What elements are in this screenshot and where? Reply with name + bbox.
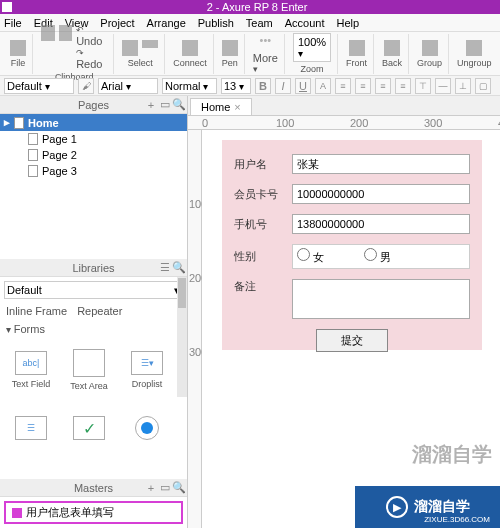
- search-pages-icon[interactable]: 🔍: [173, 99, 185, 111]
- card-label: 会员卡号: [234, 187, 292, 202]
- droplist-icon: ☰▾: [131, 351, 163, 375]
- menu-account[interactable]: Account: [285, 17, 325, 29]
- brand-banner[interactable]: ▶ 溜溜自学 ZIXUE.3D66.COM: [355, 486, 500, 528]
- menu-publish[interactable]: Publish: [198, 17, 234, 29]
- username-input[interactable]: [292, 154, 470, 174]
- font-weight-select[interactable]: Normal ▾: [162, 78, 217, 94]
- play-icon: ▶: [386, 496, 408, 518]
- zoom-input[interactable]: 100% ▾: [293, 33, 331, 62]
- menu-team[interactable]: Team: [246, 17, 273, 29]
- fill-color-button[interactable]: ▢: [475, 78, 491, 94]
- menu-arrange[interactable]: Arrange: [147, 17, 186, 29]
- tool-group-ungroup: Ungroup: [451, 34, 498, 74]
- tool-group-file: File: [4, 34, 33, 74]
- close-tab-icon[interactable]: ×: [234, 101, 240, 113]
- text-color-button[interactable]: A: [315, 78, 331, 94]
- add-folder-icon[interactable]: ▭: [159, 99, 171, 111]
- align-left-button[interactable]: ≡: [355, 78, 371, 94]
- menu-file[interactable]: File: [4, 17, 22, 29]
- back-icon[interactable]: [384, 40, 400, 56]
- masters-title: Masters: [74, 482, 113, 494]
- bold-button[interactable]: B: [255, 78, 271, 94]
- pen-icon[interactable]: [222, 40, 238, 56]
- redo-button[interactable]: ↷ Redo: [76, 48, 107, 70]
- master-label: 用户信息表单填写: [26, 505, 114, 520]
- design-canvas[interactable]: 用户名 会员卡号 手机号 性别 女 男: [202, 130, 500, 528]
- radio-icon: [135, 416, 159, 440]
- expand-icon[interactable]: ▸: [4, 116, 10, 129]
- widget-radio[interactable]: [120, 401, 174, 455]
- lib-tab-inline-frame[interactable]: Inline Frame: [6, 305, 67, 317]
- widget-text-area[interactable]: Text Area: [62, 343, 116, 397]
- front-icon[interactable]: [349, 40, 365, 56]
- lib-section-forms[interactable]: ▾ Forms: [0, 319, 187, 339]
- italic-button[interactable]: I: [275, 78, 291, 94]
- font-select[interactable]: Arial ▾: [98, 78, 158, 94]
- master-icon: [12, 508, 22, 518]
- page-label: Home: [28, 117, 59, 129]
- window-titlebar: 2 - Axure RP 8 Enter: [0, 0, 500, 14]
- page-label: Page 2: [42, 149, 77, 161]
- phone-input[interactable]: [292, 214, 470, 234]
- search-masters-icon[interactable]: 🔍: [173, 482, 185, 494]
- select-mode-icon[interactable]: [142, 40, 158, 48]
- gender-male-radio[interactable]: 男: [364, 248, 391, 265]
- page-home[interactable]: ▸ Home: [0, 114, 187, 131]
- connect-icon[interactable]: [182, 40, 198, 56]
- tool-label-file: File: [11, 58, 26, 68]
- library-select[interactable]: Default ▾: [4, 281, 183, 299]
- text-area-icon: [73, 349, 105, 377]
- pages-title: Pages: [78, 99, 109, 111]
- master-user-form[interactable]: 用户信息表单填写: [4, 501, 183, 524]
- align-center-button[interactable]: ≡: [375, 78, 391, 94]
- cut-icon[interactable]: [41, 25, 55, 41]
- add-master-icon[interactable]: +: [145, 482, 157, 494]
- libraries-panel-header: Libraries ☰ 🔍: [0, 259, 187, 277]
- widget-text-field[interactable]: abc| Text Field: [4, 343, 58, 397]
- tool-group-connect: Connect: [167, 34, 214, 74]
- font-size-select[interactable]: 13 ▾: [221, 78, 251, 94]
- window-title: 2 - Axure RP 8 Enter: [16, 1, 498, 13]
- style-select[interactable]: Default ▾: [4, 78, 74, 94]
- copy-icon[interactable]: [59, 25, 73, 41]
- add-page-icon[interactable]: +: [145, 99, 157, 111]
- bullets-button[interactable]: ≡: [335, 78, 351, 94]
- lib-menu-icon[interactable]: ☰: [159, 262, 171, 274]
- undo-button[interactable]: ↶ Undo: [76, 25, 107, 47]
- style-paint-icon[interactable]: 🖌: [78, 78, 94, 94]
- tool-label-select: Select: [128, 58, 153, 68]
- new-file-icon[interactable]: [10, 40, 26, 56]
- select-icon[interactable]: [122, 40, 138, 56]
- page-item-2[interactable]: Page 2: [0, 147, 187, 163]
- align-middle-button[interactable]: ―: [435, 78, 451, 94]
- widget-droplist[interactable]: ☰▾ Droplist: [120, 343, 174, 397]
- form-panel[interactable]: 用户名 会员卡号 手机号 性别 女 男: [222, 140, 482, 350]
- underline-button[interactable]: U: [295, 78, 311, 94]
- menu-help[interactable]: Help: [336, 17, 359, 29]
- add-master-folder-icon[interactable]: ▭: [159, 482, 171, 494]
- note-textarea[interactable]: [292, 279, 470, 319]
- align-top-button[interactable]: ⊤: [415, 78, 431, 94]
- page-label: Page 3: [42, 165, 77, 177]
- page-item-1[interactable]: Page 1: [0, 131, 187, 147]
- lib-scrollbar[interactable]: [177, 277, 187, 397]
- page-tab-strip: Home ×: [188, 96, 500, 116]
- gender-label: 性别: [234, 249, 292, 264]
- widget-checkbox[interactable]: ✓: [62, 401, 116, 455]
- lib-tab-repeater[interactable]: Repeater: [77, 305, 122, 317]
- ungroup-icon[interactable]: [466, 40, 482, 56]
- card-input[interactable]: [292, 184, 470, 204]
- search-lib-icon[interactable]: 🔍: [173, 262, 185, 274]
- page-item-3[interactable]: Page 3: [0, 163, 187, 179]
- tool-group-front: Front: [340, 34, 374, 74]
- align-right-button[interactable]: ≡: [395, 78, 411, 94]
- more-icon[interactable]: •••: [260, 34, 272, 50]
- page-tab-home[interactable]: Home ×: [190, 98, 252, 115]
- ruler-vertical: 100 200 300: [188, 130, 202, 528]
- group-icon[interactable]: [422, 40, 438, 56]
- align-bottom-button[interactable]: ⊥: [455, 78, 471, 94]
- libraries-title: Libraries: [72, 262, 114, 274]
- widget-listbox[interactable]: ☰: [4, 401, 58, 455]
- submit-button[interactable]: 提交: [316, 329, 388, 352]
- gender-female-radio[interactable]: 女: [297, 248, 324, 265]
